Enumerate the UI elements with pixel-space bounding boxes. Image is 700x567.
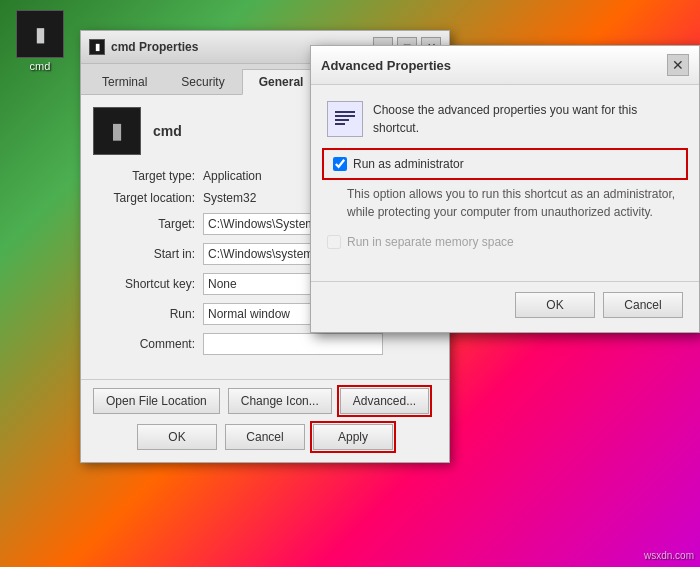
dialog-footer: Open File Location Change Icon... Advanc… [81,379,449,462]
advanced-ok-button[interactable]: OK [515,292,595,318]
watermark: wsxdn.com [644,550,694,561]
advanced-info-text: Choose the advanced properties you want … [373,101,683,137]
advanced-info-row: Choose the advanced properties you want … [327,101,683,137]
app-name: cmd [153,123,182,139]
run-as-admin-row: Run as administrator [327,153,683,175]
cmd-desktop-icon[interactable]: ▮ cmd [10,10,70,72]
run-as-admin-option: Run as administrator [327,153,683,175]
advanced-button[interactable]: Advanced... [340,388,429,414]
tab-general[interactable]: General [242,69,321,95]
change-icon-button[interactable]: Change Icon... [228,388,332,414]
svg-rect-2 [335,119,349,121]
svg-rect-1 [335,115,355,117]
target-type-label: Target type: [93,169,203,183]
comment-label: Comment: [93,337,203,351]
apply-button[interactable]: Apply [313,424,393,450]
advanced-info-icon [327,101,363,137]
advanced-cancel-button[interactable]: Cancel [603,292,683,318]
tab-security[interactable]: Security [164,69,241,95]
cmd-dialog-title: ▮ cmd Properties [89,39,198,55]
desktop: ▮ cmd ▮ cmd Properties — □ ✕ Terminal Se… [0,0,700,567]
run-separate-memory-row: Run in separate memory space [327,235,683,249]
svg-rect-3 [335,123,345,125]
dialog-ok-cancel: OK Cancel Apply [93,424,437,450]
app-icon: ▮ [93,107,141,155]
start-in-label: Start in: [93,247,203,261]
bottom-buttons: Open File Location Change Icon... Advanc… [93,388,437,414]
target-location-label: Target location: [93,191,203,205]
advanced-dialog-footer: OK Cancel [311,281,699,332]
svg-rect-0 [335,111,355,113]
cmd-icon-label: cmd [10,60,70,72]
ok-button[interactable]: OK [137,424,217,450]
target-label: Target: [93,217,203,231]
advanced-properties-dialog: Advanced Properties ✕ Choose the advance… [310,45,700,333]
comment-row: Comment: [93,333,437,355]
run-as-admin-label[interactable]: Run as administrator [353,157,464,171]
tab-terminal[interactable]: Terminal [85,69,164,95]
run-as-admin-checkbox[interactable] [333,157,347,171]
advanced-dialog-body: Choose the advanced properties you want … [311,85,699,281]
run-separate-memory-option: Run in separate memory space [327,235,683,249]
shortcut-key-label: Shortcut key: [93,277,203,291]
run-separate-memory-label: Run in separate memory space [347,235,514,249]
open-file-location-button[interactable]: Open File Location [93,388,220,414]
advanced-dialog-titlebar: Advanced Properties ✕ [311,46,699,85]
run-label: Run: [93,307,203,321]
run-as-admin-description: This option allows you to run this short… [347,185,683,221]
comment-input[interactable] [203,333,383,355]
advanced-dialog-title: Advanced Properties [321,58,451,73]
advanced-close-button[interactable]: ✕ [667,54,689,76]
cancel-button[interactable]: Cancel [225,424,305,450]
run-separate-memory-checkbox [327,235,341,249]
cmd-icon: ▮ [16,10,64,58]
cmd-title-icon: ▮ [89,39,105,55]
target-location-value: System32 [203,191,256,205]
target-type-value: Application [203,169,262,183]
